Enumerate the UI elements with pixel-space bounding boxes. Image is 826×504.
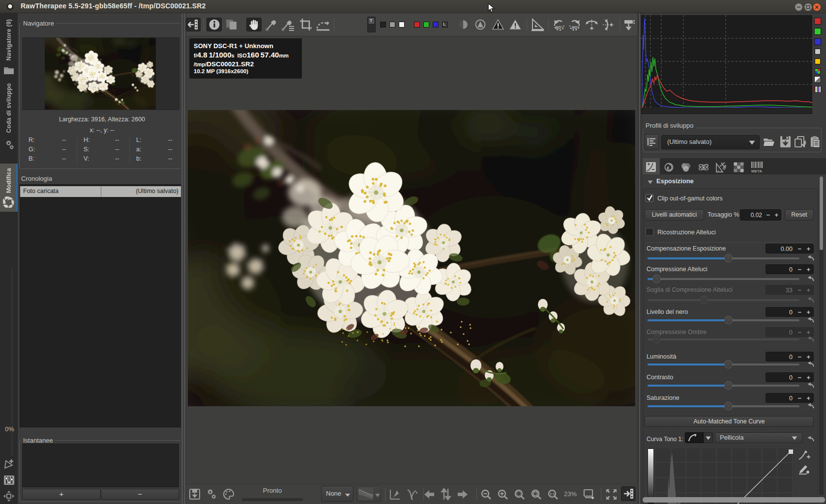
svg-text:90°: 90° xyxy=(572,25,579,30)
svg-text:90°: 90° xyxy=(556,25,563,30)
svg-text:META: META xyxy=(751,169,762,173)
svg-text:1:1: 1:1 xyxy=(550,492,555,496)
